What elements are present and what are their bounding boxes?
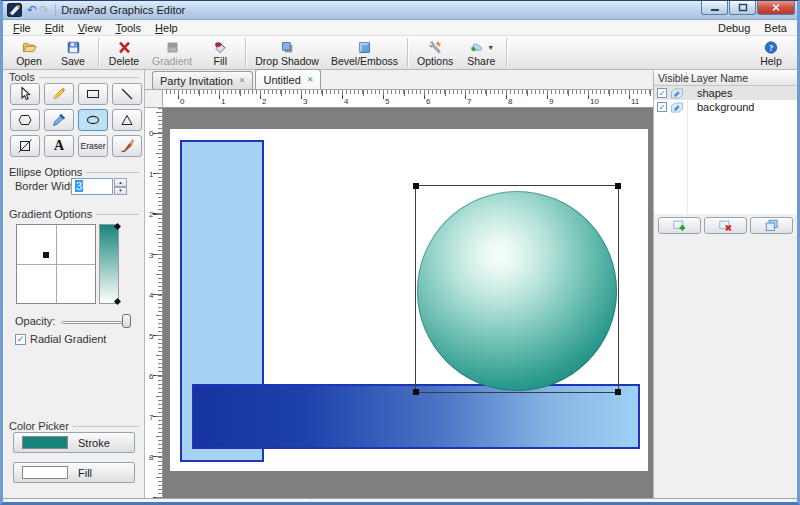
menu-tools[interactable]: Tools bbox=[108, 21, 148, 35]
pencil-icon bbox=[51, 86, 67, 102]
gradient-center-picker[interactable] bbox=[16, 224, 96, 304]
pencil-tool[interactable] bbox=[44, 83, 74, 105]
gradient-preview-bar[interactable] bbox=[99, 224, 119, 304]
status-cursor-coords: (419, 168) bbox=[318, 501, 368, 505]
menu-beta[interactable]: Beta bbox=[757, 21, 794, 35]
line-tool[interactable] bbox=[112, 83, 142, 105]
undo-icon[interactable]: ↶ bbox=[27, 4, 37, 16]
status-app-text: DrawPad Graphics Editor © NCH Software bbox=[8, 501, 217, 505]
v-ruler-number: 2 bbox=[149, 210, 153, 219]
save-button[interactable]: Save bbox=[51, 36, 95, 69]
ellipse-tool[interactable] bbox=[78, 109, 108, 131]
opacity-slider-thumb[interactable] bbox=[122, 314, 131, 328]
selection-handle-top-left[interactable] bbox=[413, 183, 419, 189]
minimize-button[interactable] bbox=[701, 1, 728, 15]
brush-icon bbox=[119, 138, 135, 154]
eraser-tool[interactable]: Eraser bbox=[78, 135, 108, 157]
ellipse-icon bbox=[85, 112, 101, 128]
eyedropper-tool[interactable] bbox=[44, 109, 74, 131]
help-button[interactable]: ?Help bbox=[749, 36, 793, 69]
selection-box[interactable] bbox=[415, 185, 619, 393]
layer-visible-checkbox[interactable]: ✓ bbox=[657, 102, 667, 112]
layer-buttons bbox=[654, 216, 797, 236]
open-button[interactable]: Open bbox=[7, 36, 51, 69]
maximize-button[interactable] bbox=[729, 1, 756, 15]
horizontal-ruler: 01234567891011 bbox=[163, 90, 653, 108]
rectangle-tool[interactable] bbox=[78, 83, 108, 105]
select-tool[interactable] bbox=[10, 83, 40, 105]
layer-name: shapes bbox=[697, 87, 732, 99]
border-width-input[interactable]: 3 bbox=[71, 178, 113, 195]
add-layer-button[interactable] bbox=[658, 217, 701, 234]
tab-untitled[interactable]: Untitled✕ bbox=[255, 69, 321, 89]
skew-tool[interactable] bbox=[10, 135, 40, 157]
tab-close-icon[interactable]: ✕ bbox=[239, 77, 246, 85]
radial-gradient-checkbox[interactable]: ✓ bbox=[15, 334, 26, 345]
v-ruler-number: 1 bbox=[149, 170, 153, 179]
opacity-slider-track[interactable] bbox=[61, 321, 131, 324]
menu-edit[interactable]: Edit bbox=[38, 21, 71, 35]
text-tool[interactable]: A bbox=[44, 135, 74, 157]
delete-icon bbox=[116, 40, 133, 55]
document-page[interactable] bbox=[170, 129, 648, 471]
layer-row-shapes[interactable]: ✓shapes bbox=[654, 86, 797, 100]
dropdown-arrow-icon[interactable]: ▼ bbox=[487, 44, 494, 51]
selection-handle-bottom-right[interactable] bbox=[615, 389, 621, 395]
visible-column-header: Visible bbox=[654, 72, 687, 84]
v-ruler-number: 8 bbox=[149, 453, 153, 462]
delete-button[interactable]: Delete bbox=[102, 36, 146, 69]
layer-visible-checkbox[interactable]: ✓ bbox=[657, 88, 667, 98]
close-button[interactable] bbox=[757, 1, 795, 15]
h-ruler-number: 8 bbox=[508, 97, 512, 106]
toolbar: OpenSaveDeleteGradientFillDrop ShadowBev… bbox=[3, 36, 797, 70]
border-width-stepper[interactable]: ▲▼ bbox=[114, 178, 127, 195]
h-ruler-number: 0 bbox=[180, 97, 184, 106]
toolbar-separator bbox=[506, 38, 507, 67]
triangle-tool[interactable] bbox=[112, 109, 142, 131]
layer-name-column-header: Layer Name bbox=[687, 72, 748, 84]
h-ruler-number: 3 bbox=[303, 97, 307, 106]
gradient-center-dot[interactable] bbox=[43, 252, 49, 258]
drawpad-window: ↶ ↷ DrawPad Graphics Editor FileEditView… bbox=[0, 0, 800, 505]
tab-close-icon[interactable]: ✕ bbox=[307, 76, 314, 84]
duplicate-layer-button[interactable] bbox=[750, 217, 793, 234]
delete-layer-button[interactable] bbox=[704, 217, 747, 234]
tools-grid: AEraser bbox=[10, 83, 142, 157]
layer-icon bbox=[670, 102, 684, 113]
v-ruler-number: 3 bbox=[149, 251, 153, 260]
bevel-emboss-button[interactable]: Bevel/Emboss bbox=[325, 36, 404, 69]
gradient-button[interactable]: Gradient bbox=[146, 36, 198, 69]
spin-down-icon[interactable]: ▼ bbox=[114, 187, 127, 196]
triangle-icon bbox=[119, 112, 135, 128]
h-ruler-number: 5 bbox=[385, 97, 389, 106]
h-ruler-number: 2 bbox=[262, 97, 266, 106]
redo-icon[interactable]: ↷ bbox=[39, 4, 49, 16]
menu-help[interactable]: Help bbox=[148, 21, 185, 35]
opacity-label: Opacity: bbox=[15, 315, 55, 327]
stroke-color-button[interactable]: Stroke bbox=[13, 432, 135, 453]
menu-view[interactable]: View bbox=[71, 21, 109, 35]
polygon-icon bbox=[17, 112, 33, 128]
gradient-stop-bottom[interactable] bbox=[114, 298, 121, 305]
spin-up-icon[interactable]: ▲ bbox=[114, 178, 127, 187]
tab-party-invitation[interactable]: Party Invitation✕ bbox=[152, 71, 253, 89]
canvas-viewport[interactable] bbox=[163, 108, 653, 498]
drop-shadow-button[interactable]: Drop Shadow bbox=[249, 36, 325, 69]
layer-row-background[interactable]: ✓background bbox=[654, 100, 797, 114]
options-button[interactable]: Options bbox=[411, 36, 459, 69]
brush-tool[interactable] bbox=[112, 135, 142, 157]
color-picker-title: Color Picker bbox=[9, 420, 139, 432]
selection-handle-top-right[interactable] bbox=[615, 183, 621, 189]
menu-debug[interactable]: Debug bbox=[711, 21, 757, 35]
fill-button[interactable]: Fill bbox=[198, 36, 242, 69]
ellipse-options-title: Ellipse Options bbox=[9, 166, 139, 178]
status-selection-size: [259 x 265] bbox=[375, 501, 429, 505]
fill-color-button[interactable]: Fill bbox=[13, 462, 135, 483]
menu-file[interactable]: File bbox=[6, 21, 38, 35]
polygon-tool[interactable] bbox=[10, 109, 40, 131]
gradient-stop-top[interactable] bbox=[114, 223, 121, 230]
share-button[interactable]: ▼Share bbox=[459, 36, 503, 69]
h-ruler-number: 11 bbox=[631, 97, 639, 106]
drawpad-logo-icon bbox=[7, 3, 22, 17]
selection-handle-bottom-left[interactable] bbox=[413, 389, 419, 395]
